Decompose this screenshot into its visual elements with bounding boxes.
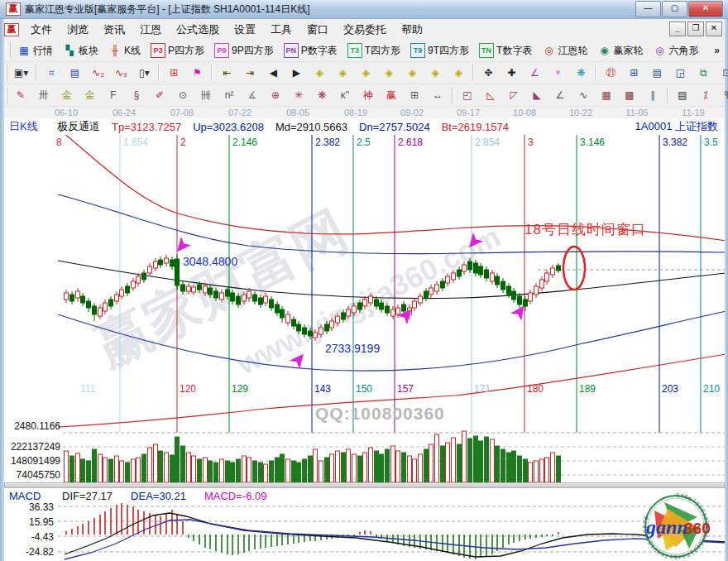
tool-9p-square[interactable]: P99P四方形 bbox=[210, 41, 278, 60]
tool-chart-9[interactable]: ∿₉ bbox=[110, 65, 132, 81]
tool-notepad[interactable]: ▤ bbox=[646, 65, 668, 81]
annotation-arrow-3: ➤ bbox=[284, 345, 314, 374]
menu-4[interactable]: 江恩 bbox=[132, 22, 169, 37]
tool-brush[interactable]: ✎ bbox=[10, 87, 31, 103]
tool-win-grid[interactable]: ⊞ bbox=[163, 65, 184, 81]
indicator-name[interactable]: 极反通道 bbox=[57, 119, 100, 134]
menu-5[interactable]: 公式选股 bbox=[169, 22, 227, 37]
tool-chart-3[interactable]: ∿₃ bbox=[87, 65, 108, 81]
tool-gann-wheel[interactable]: ◎江恩轮 bbox=[538, 42, 592, 60]
tool-copy-chart[interactable]: ⧉ bbox=[692, 65, 714, 81]
tool-t-number-table[interactable]: TNT数字表 bbox=[475, 41, 536, 60]
tool-spider-web[interactable]: ❋ bbox=[311, 87, 333, 103]
tool-diamond-left[interactable]: ◈ bbox=[309, 65, 330, 81]
tool-last-page[interactable]: ⇥ bbox=[239, 65, 261, 81]
title-bar[interactable]: 赢 赢家江恩专业版[赢家服务平台] - [上证指数 SH1A0001-114日K… bbox=[0, 0, 728, 19]
menu-8[interactable]: 窗口 bbox=[299, 22, 336, 37]
9p-square-label: 9P四方形 bbox=[232, 44, 274, 58]
tool-box-fan[interactable]: ◸ bbox=[503, 87, 524, 103]
tool-smart-tool[interactable]: ❋ bbox=[570, 65, 592, 81]
menu-1[interactable]: 文件 bbox=[23, 22, 60, 37]
tool-spiral[interactable]: § bbox=[126, 87, 147, 103]
mdi-close-button[interactable]: ✕ bbox=[706, 22, 722, 36]
tool-diamond-move[interactable]: ◈ bbox=[424, 65, 446, 81]
tool-target-cross[interactable]: ⊕ bbox=[265, 87, 286, 103]
tool-diamond-right[interactable]: ◈ bbox=[332, 65, 353, 81]
tool-calculator[interactable]: ⊞ bbox=[623, 65, 644, 81]
tool-shaded-fan[interactable]: ◣ bbox=[526, 87, 548, 103]
panel-splitter[interactable] bbox=[4, 482, 725, 488]
tool-quotes[interactable]: ▦行情 bbox=[13, 42, 57, 60]
menu-7[interactable]: 工具 bbox=[263, 22, 299, 37]
tool-angle-set[interactable]: ∡ bbox=[242, 87, 263, 103]
tool-pan-hand[interactable]: ✥ bbox=[477, 65, 499, 81]
tool-period-kline[interactable]: ▣▾ bbox=[10, 65, 32, 81]
tool-gann-fan[interactable]: ◺ bbox=[480, 87, 501, 103]
tool-p-square[interactable]: P3P四方形 bbox=[146, 41, 208, 60]
tool-first-page[interactable]: ⇤ bbox=[216, 65, 237, 81]
tool-percent[interactable]: % bbox=[718, 87, 728, 103]
tool-f-grid[interactable]: F bbox=[103, 87, 124, 103]
tool-dense-grid[interactable]: ▦ bbox=[596, 87, 617, 103]
tool-pen-mark[interactable]: ✐ bbox=[149, 87, 170, 103]
tool-grid-comb[interactable]: 卅 bbox=[33, 87, 55, 103]
tool-9t-square[interactable]: T99T四方形 bbox=[406, 41, 473, 60]
tool-candle-style[interactable]: ▯▾ bbox=[133, 65, 155, 81]
tool-grid-box2[interactable]: ▩ bbox=[619, 87, 640, 103]
tool-star-burst[interactable]: ✳ bbox=[288, 87, 309, 103]
tool-shen-tool[interactable]: 神 bbox=[357, 87, 379, 103]
mdi-restore-button[interactable]: ❐ bbox=[687, 22, 704, 36]
watermark-site-name: 赢家财富网 bbox=[83, 194, 360, 384]
tool-hexagon[interactable]: ◎六角形 bbox=[649, 42, 702, 60]
tool-t-square[interactable]: T3T四方形 bbox=[343, 41, 405, 60]
tool-calendar-21[interactable]: ㉑ bbox=[600, 65, 621, 81]
menu-6[interactable]: 设置 bbox=[227, 22, 263, 37]
tool-grid-123[interactable]: ⊞ bbox=[404, 87, 425, 103]
tool-diamond-expand[interactable]: ◈ bbox=[355, 65, 376, 81]
tool-diamond-plus[interactable]: ◈ bbox=[401, 65, 423, 81]
tool-gold-ratio-b[interactable]: 金 bbox=[79, 87, 101, 103]
tool-comb2[interactable]: 卌 bbox=[195, 87, 217, 103]
tool-angle-measure[interactable]: ∠ bbox=[524, 65, 545, 81]
menu-10[interactable]: 帮助 bbox=[394, 22, 430, 37]
tool-percent-line[interactable]: ⁒ bbox=[695, 87, 716, 103]
tool-overview[interactable]: ⌗ bbox=[41, 65, 62, 81]
tool-p-number-table[interactable]: PNP数字表 bbox=[280, 41, 342, 60]
toolbar1-more-chevron[interactable]: » bbox=[714, 45, 720, 56]
mdi-minimize-button[interactable]: _ bbox=[669, 22, 686, 36]
menu-9[interactable]: 交易委托 bbox=[336, 22, 394, 37]
minimize-button[interactable]: — bbox=[635, 1, 661, 17]
menu-2[interactable]: 浏览 bbox=[60, 22, 96, 37]
tool-diamond-all[interactable]: ◈ bbox=[448, 65, 469, 81]
tool-prev[interactable]: ◀ bbox=[262, 65, 284, 81]
tool-k-mark[interactable]: ĸ" bbox=[334, 87, 356, 103]
tool-flag-tool[interactable]: ⚑ bbox=[186, 65, 208, 81]
gold-ratio-a-icon: 金 bbox=[60, 89, 74, 102]
close-button[interactable]: ✕ bbox=[688, 1, 723, 17]
tool-sectors[interactable]: ▚板块 bbox=[59, 42, 103, 60]
maximize-button[interactable]: ▢ bbox=[662, 1, 687, 17]
tool-emperor-tool[interactable]: ♆ bbox=[547, 65, 568, 81]
tool-detail-list[interactable]: ▤ bbox=[64, 65, 85, 81]
panel-tab-daily-kline[interactable]: 日K线 bbox=[4, 119, 57, 134]
tool-gann-box[interactable]: ◰ bbox=[457, 87, 478, 103]
tool-diamond-shrink[interactable]: ◈ bbox=[378, 65, 400, 81]
tool-time-circle[interactable]: ⊙ bbox=[172, 87, 194, 103]
menu-3[interactable]: 资讯 bbox=[96, 22, 132, 37]
tool-winner-wheel[interactable]: ◉赢家轮 bbox=[593, 42, 647, 60]
tool-price-scale[interactable]: ▤ bbox=[672, 87, 693, 103]
diamond-shrink-icon: ◈ bbox=[382, 66, 395, 79]
tool-win-tool[interactable]: 赢 bbox=[381, 87, 402, 103]
tool-crosshair[interactable]: ✚ bbox=[500, 65, 522, 81]
tool-measure-h[interactable]: ↔ bbox=[427, 87, 448, 103]
tool-n-squared[interactable]: n² bbox=[218, 87, 240, 103]
tool-parallel-lines[interactable]: ∥ bbox=[642, 87, 663, 103]
tool-zigzag[interactable]: ∿ bbox=[572, 87, 594, 103]
tool-angle-line[interactable]: ∠ bbox=[549, 87, 571, 103]
tool-next[interactable]: ▶ bbox=[285, 65, 307, 81]
tool-export[interactable]: ⊡ bbox=[716, 65, 728, 81]
tool-save[interactable]: ◲ bbox=[669, 65, 691, 81]
tool-kline[interactable]: ╫K线 bbox=[104, 42, 145, 60]
calendar-21-icon: ㉑ bbox=[604, 66, 617, 79]
tool-gold-ratio-a[interactable]: 金 bbox=[56, 87, 78, 103]
